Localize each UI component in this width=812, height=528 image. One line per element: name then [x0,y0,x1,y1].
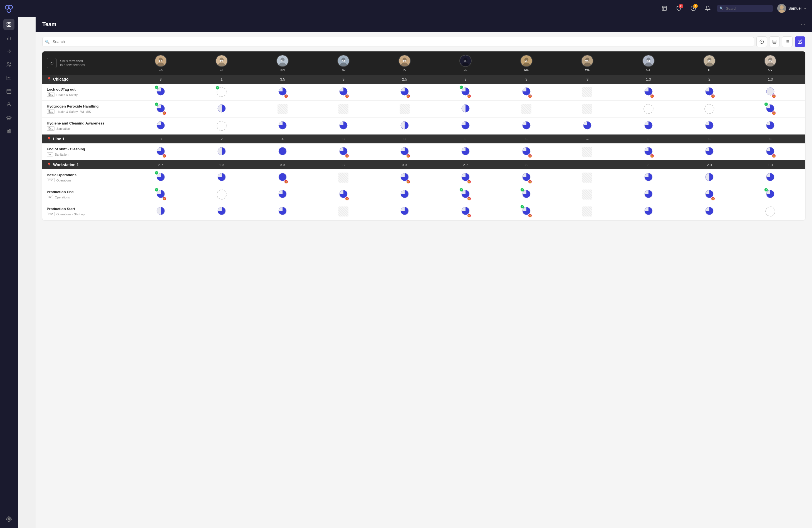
pie-col-4 [374,120,435,132]
table-button[interactable] [769,36,780,47]
lock-badge: 🔒 [650,94,654,98]
user-menu[interactable]: Samuel ▼ [777,4,807,13]
member-avatar-WL[interactable]: WL [581,55,593,67]
score-col-0: 3 [130,77,191,81]
filter-button[interactable] [782,36,793,47]
sidebar-item-calendar[interactable] [3,86,14,97]
bell-icon[interactable] [703,3,713,13]
user-chevron-icon: ▼ [804,7,807,10]
member-initials-GT: GT [646,68,650,72]
skill-scores: ✓ 🔒 ✓ 🔒 [130,103,801,115]
sidebar-item-graduation[interactable] [3,112,14,123]
pie-col-2 [252,103,313,115]
score-col-1: 1.3 [191,163,252,167]
pie-col-9 [679,103,740,115]
member-initials-IT: IT [708,68,711,72]
location-label[interactable]: 📍 Line 1 [47,137,130,141]
refresh-text-line2: in a few seconds [60,63,85,67]
member-avatar-EF[interactable]: EF [216,55,228,67]
skill-cell-striped [338,172,348,183]
member-initials-BJ: BJ [342,68,345,72]
pie-col-3: 🔒 [313,87,374,97]
svg-rect-6 [10,25,11,27]
skill-tags: Bsc Operations · Start up [47,212,130,216]
member-avatar-BJ[interactable]: BJ [337,55,350,67]
skill-cell-pie [521,120,532,132]
member-avatar-PJ[interactable]: PJ [398,55,411,67]
pie-col-9 [679,172,740,183]
lock-badge: 🔒 [284,180,288,184]
pie-col-2 [252,206,313,217]
refresh-text-line1: Skills refreshed [60,59,85,63]
score-col-8: 3 [618,163,679,167]
layout-icon[interactable] [659,3,669,13]
shield-icon[interactable]: 2 [674,3,684,13]
sidebar-item-settings[interactable] [3,514,14,525]
member-avatar-JL[interactable]: JL [459,55,472,67]
page-menu-button[interactable]: ··· [801,21,805,28]
score-col-4: 2.5 [374,77,435,81]
sidebar-item-chart[interactable] [3,32,14,43]
score-col-6: 3 [496,77,557,81]
lock-badge: 🔒 [528,154,532,158]
score-col-8: 3 [618,137,679,141]
skill-cell-pie [217,103,227,115]
skill-cell-pie: ✓ [156,87,166,97]
score-col-2: 3.3 [252,163,313,167]
check-badge: ✓ [155,102,159,106]
topbar-search-input[interactable] [717,5,773,12]
topbar-search[interactable] [717,5,773,12]
pie-col-1: ✓ [191,87,252,97]
pie-col-4: 🔒 [374,172,435,183]
skill-cell-pie: ✓ 🔒 [156,103,166,115]
info-button[interactable] [756,36,767,47]
svg-point-19 [8,518,10,520]
skill-cell-pie [461,120,470,132]
skill-cell-striped [338,207,348,216]
member-avatar-SH[interactable]: SH [276,55,289,67]
member-avatar-IT[interactable]: IT [703,55,715,67]
skill-cell-pie: 🔒 [765,146,775,157]
lock-badge: 🔒 [467,214,471,217]
pie-col-8: 🔒 [618,146,679,157]
sidebar-item-analytics[interactable] [3,72,14,84]
pie-col-3 [313,120,374,132]
skill-cell-pie: 🔒 [277,87,288,97]
skill-cell-pie: 🔒 [705,189,714,200]
pie-col-0: ✓ 🔒 [130,103,191,115]
edit-button[interactable] [795,36,805,47]
pie-col-5: ✓ 🔒 [435,87,496,97]
pie-col-1 [191,206,252,217]
pie-col-0: ✓ [130,87,191,97]
sidebar-item-flow[interactable] [3,46,14,57]
lock-badge: 🔒 [406,154,410,158]
score-col-7: – [557,137,618,141]
skill-cell-pie [643,172,653,183]
member-initials-JL: JL [464,68,467,72]
location-row-6: 📍 Workstation 1 2.71.33.333.32.73–32.31.… [42,160,805,169]
skill-cell-striped [582,87,592,97]
location-label[interactable]: 📍 Workstation 1 [47,163,130,167]
skill-name: Production Start [47,207,130,211]
table-body: 📍 Chicago 313.532.53331.321.3 Lock out/T… [42,75,805,220]
clock-icon[interactable]: 5 [688,3,698,13]
search-input[interactable] [42,37,754,46]
member-avatar-CV[interactable]: CV [764,55,777,67]
sidebar-item-users[interactable] [3,59,14,70]
sidebar-item-team[interactable] [3,19,14,30]
score-col-9: 3 [679,137,740,141]
pie-col-10: ✓ 🔒 [740,103,801,115]
pie-col-8 [618,206,679,217]
skill-info: Production End Int Operations [47,190,130,199]
member-avatar-ML[interactable]: ML [520,55,533,67]
pie-col-6: ✓ 🔒 [496,206,557,217]
pie-col-8: 🔒 [618,87,679,97]
skill-cell-pie [277,206,288,217]
member-avatar-GT[interactable]: GT [642,55,655,67]
sidebar-item-people[interactable] [3,99,14,110]
member-avatar-LA[interactable]: LA [155,55,167,67]
sidebar-item-bar[interactable] [3,125,14,137]
refresh-icon[interactable]: ↻ [47,58,57,68]
location-label[interactable]: 📍 Chicago [47,77,130,81]
skill-name: Production End [47,190,130,194]
